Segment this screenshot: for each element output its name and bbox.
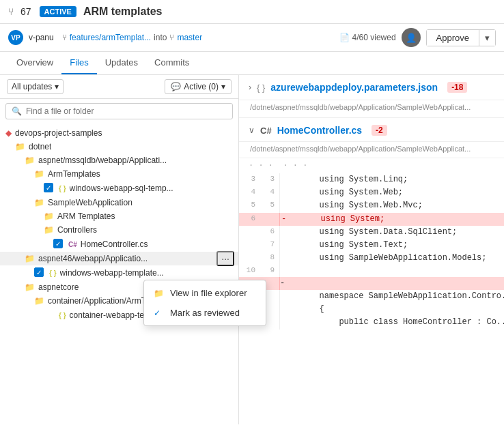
cs-icon-homecontroller: C#: [68, 241, 77, 248]
code-row-6-new: 6 using System.Data.SqlClient;: [239, 226, 504, 239]
ln-new-7: 7: [258, 239, 277, 252]
windows-webapp-label: windows-webapp-template...: [60, 268, 164, 278]
folder-icon-armtemplates2: 📁: [44, 211, 54, 221]
ctx-view-explorer[interactable]: 📁 View in file explorer: [144, 283, 266, 303]
repo-icon: ◆: [5, 128, 12, 138]
code-row-7: 7 using System.Text;: [239, 239, 504, 252]
folder-icon-aspnet46: 📁: [25, 254, 35, 263]
code-content-7: using System.Text;: [280, 239, 408, 252]
filter-row: All updates ▾ 💬 Active (0) ▾: [0, 75, 238, 99]
tree-item-homecontroller[interactable]: ✓ C# HomeController.cs: [0, 237, 238, 252]
right-panel: › { } azurewebappdeploy.parameters.json …: [239, 75, 504, 424]
approve-chevron-button[interactable]: ▾: [479, 30, 495, 46]
pr-number: 67: [20, 6, 31, 17]
tree-item-armtemplates2[interactable]: 📁 ARM Templates: [0, 209, 238, 223]
three-dots-button[interactable]: ···: [216, 251, 234, 266]
file2-diff-badge: -2: [372, 125, 387, 136]
tab-overview[interactable]: Overview: [8, 52, 61, 74]
code-content-8: using SampleWebApplication.Models;: [280, 252, 486, 265]
armtemplates2-label: ARM Templates: [57, 211, 115, 221]
ln-old-3: 3: [239, 173, 258, 186]
active-badge: ACTIVE: [40, 6, 76, 17]
tree-item-controllers[interactable]: 📁 Controllers: [0, 223, 238, 237]
tree-item-samplewebapp[interactable]: 📁 SampleWebApplication: [0, 196, 238, 209]
tab-files[interactable]: Files: [61, 52, 96, 74]
aspnet1-label: aspnet/mssqldb/webapp/Applicati...: [38, 156, 167, 165]
left-panel: All updates ▾ 💬 Active (0) ▾ 🔍 ◆ devops-…: [0, 75, 239, 424]
file1-diff-badge: -18: [447, 82, 467, 93]
checked-icon-3: ✓: [34, 267, 44, 277]
code-cls: public class HomeController : Co...: [280, 316, 504, 329]
ctx-view-explorer-label: View in file explorer: [170, 288, 247, 298]
folder-icon-container-arm: 📁: [34, 296, 44, 306]
checkbox-windows-webapp[interactable]: ✓: [34, 267, 45, 278]
repo-label: devops-project-samples: [15, 128, 102, 138]
controllers-label: Controllers: [57, 225, 97, 235]
nav-tabs: Overview Files Updates Commits: [0, 52, 504, 75]
branch-from-link[interactable]: features/armTemplat...: [70, 33, 151, 42]
tab-commits[interactable]: Commits: [146, 52, 197, 74]
all-updates-chevron: ▾: [55, 82, 59, 91]
avatar: VP: [8, 30, 23, 45]
tree-item-windows-sql[interactable]: ✓ { } windows-webapp-sql-temp...: [0, 181, 238, 196]
checked-icon-2: ✓: [53, 239, 63, 248]
code-content-4: using System.Web;: [280, 186, 403, 199]
ln-old-10: 10: [239, 265, 258, 277]
file1-name: azurewebappdeploy.parameters.json: [270, 82, 438, 93]
comment-icon: 💬: [171, 82, 181, 91]
ln-old-4: 4: [239, 186, 258, 199]
tree-item-dotnet[interactable]: 📁 dotnet: [0, 140, 238, 154]
ctx-mark-reviewed[interactable]: ✓ Mark as reviewed: [144, 303, 266, 323]
code-brace: {: [280, 303, 324, 316]
search-input[interactable]: [26, 106, 227, 116]
empty-checkbox: [44, 310, 53, 319]
samplewebapp-label: SampleWebApplication: [48, 198, 132, 207]
code-row-5: 5 5 using System.Web.Mvc;: [239, 199, 504, 212]
search-icon: 🔍: [12, 106, 22, 116]
tree-item-aspnet1[interactable]: 📁 aspnet/mssqldb/webapp/Applicati...: [0, 154, 238, 167]
user-row: VP v-panu ⑂ features/armTemplat... into …: [0, 24, 504, 52]
checkbox-empty[interactable]: [44, 310, 55, 321]
file-tree: ◆ devops-project-samples 📁 dotnet 📁 aspn…: [0, 123, 238, 424]
homecontroller-label: HomeController.cs: [81, 239, 148, 249]
ellipsis-row: · · · · · ·: [239, 158, 504, 173]
file1-brace-icon: { }: [257, 83, 265, 93]
branch-from-icon: ⑂: [62, 33, 67, 42]
code-row-ns: namespace SampleWebApplication.Contro...: [239, 290, 504, 303]
tree-item-armtemplates1[interactable]: 📁 ArmTemplates: [0, 167, 238, 181]
ln-new-3: 3: [258, 173, 277, 186]
checkbox-homecontroller[interactable]: ✓: [53, 239, 64, 250]
ln-old-8: [239, 252, 258, 265]
pr-icon: ⑂: [8, 6, 14, 17]
active-filter-label: Active (0): [184, 82, 219, 91]
code-row-brace: {: [239, 303, 504, 316]
tree-item-windows-webapp[interactable]: ✓ { } windows-webapp-template...: [0, 265, 238, 280]
branch-to-link[interactable]: master: [177, 33, 202, 42]
file-small-icon: 📄: [339, 33, 350, 42]
tab-updates[interactable]: Updates: [97, 52, 146, 74]
checkbox-windows-sql[interactable]: ✓: [44, 183, 55, 194]
context-menu: 📁 View in file explorer ✓ Mark as review…: [143, 280, 266, 326]
code-content-5: using System.Web.Mvc;: [280, 199, 423, 212]
aspnetcore-label: aspnetcore: [38, 282, 79, 292]
all-updates-filter[interactable]: All updates ▾: [7, 79, 64, 94]
code-block: · · · · · · 3 3 using System.Linq; 4 4 u…: [239, 158, 504, 330]
code-content-6-removed: - using System;: [280, 213, 384, 226]
active-filter[interactable]: 💬 Active (0) ▾: [165, 79, 232, 94]
main-content: All updates ▾ 💬 Active (0) ▾ 🔍 ◆ devops-…: [0, 75, 504, 424]
tree-item-aspnet46[interactable]: 📁 aspnet46/webapp/Applicatio... ···: [0, 252, 238, 265]
file1-header: › { } azurewebappdeploy.parameters.json …: [239, 75, 504, 100]
reviewer-avatar: 👤: [402, 28, 421, 47]
approve-button[interactable]: Approve: [427, 30, 479, 46]
code-content-3: using System.Linq;: [280, 173, 408, 186]
dotnet-label: dotnet: [29, 142, 51, 151]
user-name: v-panu: [29, 33, 54, 42]
ln-old-5: 5: [239, 199, 258, 212]
csharp-badge: C#: [260, 126, 272, 136]
folder-icon-aspnetcore: 📁: [25, 282, 35, 292]
tree-item-repo[interactable]: ◆ devops-project-samples: [0, 126, 238, 140]
json-icon-container-webapp: { }: [59, 312, 66, 319]
code-content-11: -: [280, 277, 285, 290]
file2-collapse-btn[interactable]: ∨: [249, 126, 255, 135]
file1-collapse-btn[interactable]: ›: [249, 83, 251, 92]
